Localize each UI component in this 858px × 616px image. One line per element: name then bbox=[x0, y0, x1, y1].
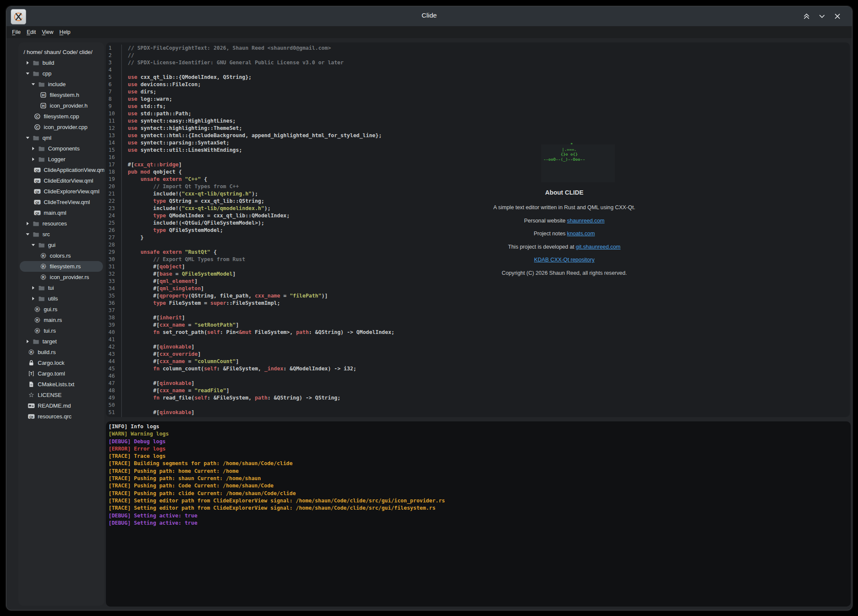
tree-item-label: main.qml bbox=[44, 210, 66, 216]
code-text bbox=[122, 336, 128, 343]
svg-text:R: R bbox=[36, 308, 39, 312]
code-text: use syntect::parsing::SyntaxSet; bbox=[122, 139, 229, 147]
code-text: include!("cxx-qt-lib/qstring.h"); bbox=[122, 190, 258, 198]
tree-item-cmakelists-txt[interactable]: CMakeLists.txt bbox=[18, 379, 104, 390]
chevron-right-icon[interactable] bbox=[30, 146, 36, 151]
code-line: 13use syntect::html::{IncludeBackground,… bbox=[106, 132, 850, 139]
code-text bbox=[122, 402, 128, 409]
log-output-pane[interactable]: [INFO] Info logs[WARN] Warning logs[DEBU… bbox=[106, 421, 851, 607]
svg-text:H: H bbox=[42, 93, 45, 97]
restore-button[interactable] bbox=[818, 12, 826, 21]
chevron-right-icon[interactable] bbox=[30, 156, 36, 162]
tree-item-resources[interactable]: resources bbox=[18, 218, 104, 229]
tree-item-filesystem-h[interactable]: Hfilesystem.h bbox=[18, 90, 104, 100]
menu-edit[interactable]: Edit bbox=[24, 29, 39, 35]
svg-text:Qt: Qt bbox=[36, 201, 39, 204]
tree-item-clideeditorview-qml[interactable]: QtClideEditorView.qml bbox=[18, 175, 104, 186]
log-line-trace: [TRACE] Pushing path: shaun Current: /ho… bbox=[108, 475, 851, 482]
code-line: 45 fn column_count(self: &FileSystem, _i… bbox=[106, 365, 850, 373]
rs-file-icon: R bbox=[34, 328, 41, 334]
code-line: 11use syntect::easy::HighlightLines; bbox=[106, 117, 850, 125]
tree-item-cargo-toml[interactable]: TCargo.toml bbox=[18, 368, 104, 379]
tree-item-filesystem-rs[interactable]: Rfilesystem.rs bbox=[20, 261, 103, 272]
chevron-down-icon[interactable] bbox=[25, 135, 30, 141]
chevron-down-icon[interactable] bbox=[30, 242, 36, 248]
tree-item-clideapplicationview-qml[interactable]: QtClideApplicationView.qml bbox=[18, 165, 104, 175]
chevron-down-icon[interactable] bbox=[25, 231, 30, 237]
chevron-right-icon[interactable] bbox=[30, 285, 36, 291]
tree-item-clidetreeview-qml[interactable]: QtClideTreeView.qml bbox=[18, 197, 104, 207]
tree-item-label: ClideTreeView.qml bbox=[44, 199, 90, 205]
tree-item-clideexplorerview-qml[interactable]: QtClideExplorerView.qml bbox=[18, 186, 104, 197]
tree-item-main-qml[interactable]: Qtmain.qml bbox=[18, 207, 104, 218]
code-text: } bbox=[122, 234, 144, 241]
line-number: 11 bbox=[106, 117, 122, 125]
tree-item-components[interactable]: Components bbox=[18, 143, 104, 154]
tree-item-include[interactable]: include bbox=[18, 79, 104, 90]
tree-item-colors-rs[interactable]: Rcolors.rs bbox=[18, 250, 104, 261]
maximize-button[interactable] bbox=[802, 12, 811, 21]
line-number: 15 bbox=[106, 147, 122, 154]
code-line: 10use std::path::Path; bbox=[106, 110, 850, 117]
tree-item-resources-qrc[interactable]: Qtresources.qrc bbox=[18, 411, 104, 422]
tree-item-icon-provider-rs[interactable]: Ricon_provider.rs bbox=[18, 272, 104, 282]
line-number: 6 bbox=[106, 81, 122, 88]
log-line-trace: [TRACE] Pushing path: clide Current: /ho… bbox=[108, 490, 851, 497]
tree-item-tui-rs[interactable]: Rtui.rs bbox=[18, 325, 104, 336]
tree-item-gui[interactable]: gui bbox=[18, 240, 104, 250]
tree-item-gui-rs[interactable]: Rgui.rs bbox=[18, 304, 104, 315]
about-link[interactable]: shaunreed.com bbox=[567, 218, 604, 224]
tree-item-cpp[interactable]: cpp bbox=[18, 68, 104, 79]
title-bar[interactable]: Clide bbox=[6, 6, 852, 26]
tree-item-main-rs[interactable]: Rmain.rs bbox=[18, 315, 104, 325]
line-number: 22 bbox=[106, 198, 122, 205]
tree-item-build-rs[interactable]: Rbuild.rs bbox=[18, 347, 104, 358]
line-number: 10 bbox=[106, 110, 122, 117]
tree-item-src[interactable]: src bbox=[18, 229, 104, 240]
tree-item-readme-md[interactable]: README.md bbox=[18, 400, 104, 411]
menu-view[interactable]: View bbox=[39, 29, 57, 35]
tree-item-qml[interactable]: qml bbox=[18, 132, 104, 143]
tree-item-cargo-lock[interactable]: Cargo.lock bbox=[18, 358, 104, 368]
close-button[interactable] bbox=[833, 12, 842, 21]
code-text: #[qinvokable] bbox=[122, 343, 195, 351]
tree-item-build[interactable]: build bbox=[18, 57, 104, 68]
menu-file[interactable]: File bbox=[9, 29, 24, 35]
tree-item-utils[interactable]: utils bbox=[18, 293, 104, 304]
tree-item-tui[interactable]: tui bbox=[18, 282, 104, 293]
about-link[interactable]: git.shaunreed.com bbox=[576, 244, 620, 250]
about-link[interactable]: KDAB CXX-Qt repository bbox=[534, 257, 594, 263]
tree-item-label: filesystem.h bbox=[50, 92, 79, 98]
chevron-down-icon[interactable] bbox=[25, 71, 30, 76]
chevron-right-icon[interactable] bbox=[25, 221, 30, 226]
line-number: 30 bbox=[106, 256, 122, 263]
log-line-trace: [TRACE] Setting editor path from ClideEx… bbox=[108, 505, 851, 512]
tree-item-license[interactable]: LICENSE bbox=[18, 390, 104, 400]
tree-item-logger[interactable]: Logger bbox=[18, 154, 104, 165]
tree-item-label: icon_provider.h bbox=[50, 102, 87, 109]
svg-text:R: R bbox=[42, 254, 45, 258]
folder-icon bbox=[38, 145, 45, 152]
code-text: type FileSystem = super::FileSystemImpl; bbox=[122, 300, 280, 307]
line-number: 23 bbox=[106, 205, 122, 212]
line-number: 44 bbox=[106, 358, 122, 365]
tree-item-target[interactable]: target bbox=[18, 336, 104, 347]
code-editor-pane[interactable]: 1// SPDX-FileCopyrightText: 2026, Shaun … bbox=[106, 42, 850, 417]
chevron-right-icon[interactable] bbox=[25, 339, 30, 344]
line-number: 20 bbox=[106, 183, 122, 190]
code-text: // SPDX-FileCopyrightText: 2026, Shaun R… bbox=[122, 45, 331, 52]
line-number: 19 bbox=[106, 176, 122, 183]
chevron-down-icon[interactable] bbox=[30, 81, 36, 87]
file-explorer-sidebar[interactable]: / home/ shaun/ Code/ clide/ buildcppincl… bbox=[18, 42, 104, 606]
tree-item-icon-provider-h[interactable]: Hicon_provider.h bbox=[18, 100, 104, 111]
tree-item-icon-provider-cpp[interactable]: Cicon_provider.cpp bbox=[18, 122, 104, 132]
explorer-root-path[interactable]: / home/ shaun/ Code/ clide/ bbox=[18, 47, 104, 57]
menu-help[interactable]: Help bbox=[57, 29, 74, 35]
about-link[interactable]: knoats.com bbox=[567, 231, 595, 237]
code-text: #[inherit] bbox=[122, 314, 185, 322]
tree-item-filesystem-cpp[interactable]: Cfilesystem.cpp bbox=[18, 111, 104, 122]
lock-file-icon bbox=[28, 360, 35, 366]
line-number: 12 bbox=[106, 125, 122, 132]
chevron-right-icon[interactable] bbox=[30, 296, 36, 301]
chevron-right-icon[interactable] bbox=[25, 60, 30, 66]
